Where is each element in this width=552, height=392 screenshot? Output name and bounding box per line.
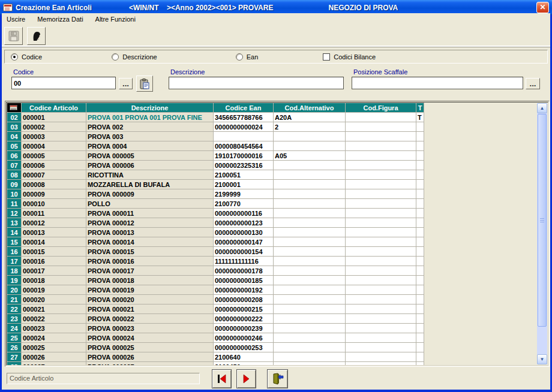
- cell-codice-ean[interactable]: 0000000000116: [214, 209, 274, 218]
- cell-codice-articolo[interactable]: 000017: [22, 266, 86, 276]
- cell-codice-articolo[interactable]: 000012: [22, 218, 86, 228]
- cell-descrizione[interactable]: PROVA 000025: [86, 343, 214, 352]
- row-number-cell[interactable]: 07: [7, 161, 22, 170]
- cell-descrizione[interactable]: PROVA 000017: [86, 266, 214, 276]
- cell-cod-figura[interactable]: [346, 180, 416, 189]
- scrollbar-thumb[interactable]: [538, 114, 547, 327]
- cell-cod-alternativo[interactable]: [274, 189, 346, 199]
- posizione-scaffale-input[interactable]: [352, 77, 523, 89]
- cell-codice-ean[interactable]: 1111111111116: [214, 257, 274, 266]
- cell-cod-alternativo[interactable]: [274, 314, 346, 324]
- cell-codice-ean[interactable]: 0000000000185: [214, 276, 274, 285]
- cell-cod-alternativo[interactable]: [274, 266, 346, 276]
- cell-codice-articolo[interactable]: 000025: [22, 343, 86, 352]
- cell-t[interactable]: [416, 266, 424, 276]
- cell-descrizione[interactable]: PROVA 000027: [86, 362, 214, 366]
- cell-codice-ean[interactable]: 0000000000253: [214, 343, 274, 352]
- cell-t[interactable]: [416, 304, 424, 314]
- cell-t[interactable]: [416, 161, 424, 170]
- cell-cod-alternativo[interactable]: [274, 180, 346, 189]
- cell-cod-alternativo[interactable]: [274, 285, 346, 295]
- cell-cod-alternativo[interactable]: [274, 295, 346, 304]
- cell-codice-articolo[interactable]: 000013: [22, 228, 86, 237]
- cell-codice-articolo[interactable]: 000018: [22, 276, 86, 285]
- row-number-cell[interactable]: 23: [7, 314, 22, 324]
- cell-codice-articolo[interactable]: 000014: [22, 237, 86, 247]
- grid-corner-cell[interactable]: [7, 103, 22, 113]
- table-row[interactable]: 24 000023 PROVA 000023 0000000000239: [7, 324, 424, 333]
- cell-descrizione[interactable]: PROVA 000015: [86, 247, 214, 257]
- cell-codice-articolo[interactable]: 000022: [22, 314, 86, 324]
- search-by-ean-option[interactable]: Ean: [236, 53, 259, 61]
- cell-codice-ean[interactable]: 0000000000246: [214, 333, 274, 343]
- cell-cod-figura[interactable]: [346, 218, 416, 228]
- row-number-cell[interactable]: 27: [7, 352, 22, 362]
- cell-codice-ean[interactable]: 0000002325316: [214, 161, 274, 170]
- cell-cod-alternativo[interactable]: [274, 237, 346, 247]
- row-number-cell[interactable]: 10: [7, 189, 22, 199]
- row-number-cell[interactable]: 24: [7, 324, 22, 333]
- cell-descrizione[interactable]: PROVA 000022: [86, 314, 214, 324]
- cell-codice-articolo[interactable]: 000002: [22, 122, 86, 132]
- cell-codice-articolo[interactable]: 000011: [22, 209, 86, 218]
- cell-cod-figura[interactable]: [346, 333, 416, 343]
- cell-descrizione[interactable]: PROVA 003: [86, 132, 214, 141]
- row-number-cell[interactable]: 16: [7, 247, 22, 257]
- cell-cod-figura[interactable]: [346, 266, 416, 276]
- cell-t[interactable]: [416, 218, 424, 228]
- table-row[interactable]: 09 000008 MOZZARELLA DI BUFALA 2100001: [7, 180, 424, 189]
- row-number-cell[interactable]: 19: [7, 276, 22, 285]
- cell-codice-articolo[interactable]: 000004: [22, 141, 86, 151]
- descrizione-input[interactable]: [169, 77, 344, 89]
- scroll-down-icon[interactable]: ▼: [537, 354, 547, 364]
- column-header-t[interactable]: T: [416, 103, 424, 113]
- cell-descrizione[interactable]: PROVA 000023: [86, 324, 214, 333]
- menu-memorizza-dati[interactable]: Memorizza Dati: [36, 14, 84, 24]
- row-number-cell[interactable]: 08: [7, 170, 22, 180]
- cell-codice-ean[interactable]: 3456657788766: [214, 113, 274, 122]
- cell-codice-ean[interactable]: 0000000000239: [214, 324, 274, 333]
- row-number-cell[interactable]: 12: [7, 209, 22, 218]
- cell-cod-figura[interactable]: [346, 343, 416, 352]
- table-row[interactable]: 05 000004 PROVA 0004 0000080454564: [7, 141, 424, 151]
- cell-codice-articolo[interactable]: 000023: [22, 324, 86, 333]
- radio-descrizione[interactable]: [112, 53, 119, 61]
- cell-codice-articolo[interactable]: 000027: [22, 362, 86, 366]
- cell-cod-figura[interactable]: [346, 199, 416, 209]
- cell-codice-ean[interactable]: 2199999: [214, 189, 274, 199]
- cell-descrizione[interactable]: MOZZARELLA DI BUFALA: [86, 180, 214, 189]
- cell-t[interactable]: [416, 180, 424, 189]
- cell-t[interactable]: [416, 314, 424, 324]
- cell-codice-ean[interactable]: 0000000000154: [214, 247, 274, 257]
- cell-codice-articolo[interactable]: 000024: [22, 333, 86, 343]
- cell-t[interactable]: [416, 257, 424, 266]
- cell-codice-articolo[interactable]: 000019: [22, 285, 86, 295]
- cell-codice-articolo[interactable]: 000008: [22, 180, 86, 189]
- cell-t[interactable]: [416, 285, 424, 295]
- row-number-cell[interactable]: 17: [7, 257, 22, 266]
- cell-codice-articolo[interactable]: 000001: [22, 113, 86, 122]
- table-row[interactable]: 16 000015 PROVA 000015 0000000000154: [7, 247, 424, 257]
- exit-button[interactable]: [267, 369, 288, 388]
- row-number-cell[interactable]: 26: [7, 343, 22, 352]
- cell-cod-figura[interactable]: [346, 285, 416, 295]
- cell-codice-ean[interactable]: 0000000000147: [214, 237, 274, 247]
- search-by-descrizione-option[interactable]: Descrizione: [112, 53, 157, 61]
- row-number-cell[interactable]: 06: [7, 151, 22, 161]
- table-row[interactable]: 17 000016 PROVA 000016 1111111111116: [7, 257, 424, 266]
- cell-cod-alternativo[interactable]: [274, 228, 346, 237]
- search-by-codice-option[interactable]: Codice: [11, 53, 42, 61]
- cell-descrizione[interactable]: PROVA 000005: [86, 151, 214, 161]
- cell-t[interactable]: [416, 352, 424, 362]
- cell-codice-articolo[interactable]: 000026: [22, 352, 86, 362]
- cell-codice-ean[interactable]: 0000000000123: [214, 218, 274, 228]
- table-row[interactable]: 15 000014 PROVA 000014 0000000000147: [7, 237, 424, 247]
- cell-codice-ean[interactable]: 0000080454564: [214, 141, 274, 151]
- cell-codice-articolo[interactable]: 000015: [22, 247, 86, 257]
- cell-cod-figura[interactable]: [346, 304, 416, 314]
- table-row[interactable]: 13 000012 PROVA 000012 0000000000123: [7, 218, 424, 228]
- cell-cod-alternativo[interactable]: A20A: [274, 113, 346, 122]
- table-row[interactable]: 21 000020 PROVA 000020 0000000000208: [7, 295, 424, 304]
- cell-cod-figura[interactable]: [346, 324, 416, 333]
- cell-t[interactable]: [416, 199, 424, 209]
